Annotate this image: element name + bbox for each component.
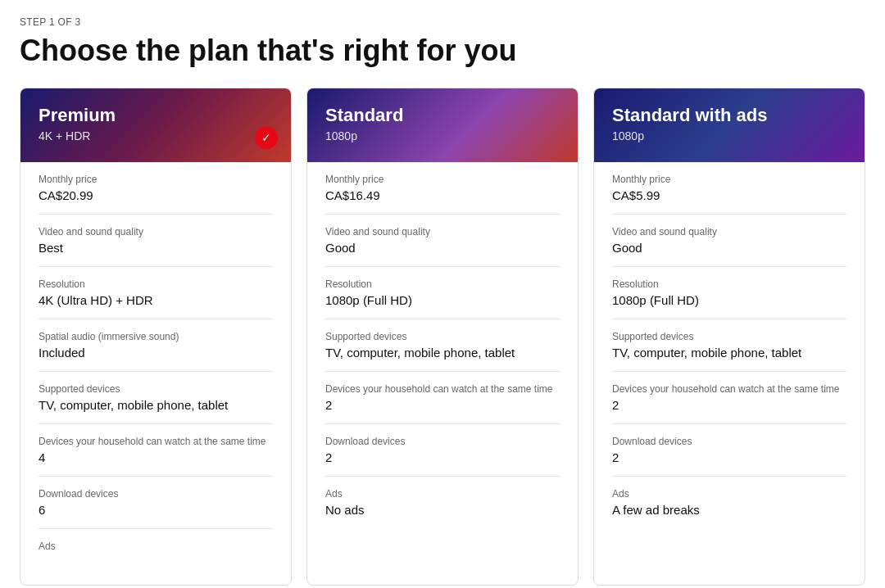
feature-value: 6 [39, 503, 273, 517]
feature-row: Download devices6 [39, 477, 273, 529]
page-title: Choose the plan that's right for you [20, 33, 865, 68]
feature-value: TV, computer, mobile phone, tablet [325, 346, 560, 360]
feature-value: CA$16.49 [325, 188, 560, 202]
feature-label: Video and sound quality [325, 226, 560, 237]
feature-row: Supported devicesTV, computer, mobile ph… [39, 372, 273, 424]
feature-row: Download devices2 [325, 424, 560, 477]
feature-label: Download devices [325, 436, 560, 447]
selected-check-icon: ✓ [255, 126, 278, 149]
feature-row: Monthly priceCA$20.99 [39, 162, 273, 215]
plan-name-premium: Premium [39, 105, 273, 126]
feature-label: Spatial audio (immersive sound) [39, 331, 273, 342]
plan-body-premium: Monthly priceCA$20.99Video and sound qua… [20, 162, 291, 585]
feature-label: Devices your household can watch at the … [612, 383, 846, 395]
feature-value: CA$20.99 [39, 188, 273, 202]
feature-value: 2 [612, 450, 846, 464]
feature-value: Good [325, 241, 560, 255]
feature-row: Monthly priceCA$16.49 [325, 162, 560, 215]
feature-row: Supported devicesTV, computer, mobile ph… [612, 319, 846, 372]
feature-row: Resolution4K (Ultra HD) + HDR [39, 267, 273, 319]
feature-label: Resolution [612, 278, 846, 290]
feature-label: Ads [612, 488, 846, 500]
feature-row: Video and sound qualityGood [325, 215, 560, 267]
feature-row: AdsNo ads [325, 477, 560, 528]
feature-label: Video and sound quality [39, 226, 273, 237]
feature-value: Good [612, 241, 846, 255]
feature-value: 2 [612, 398, 846, 412]
plan-card-standard-ads[interactable]: Standard with ads1080pMonthly priceCA$5.… [593, 88, 865, 586]
plan-card-standard[interactable]: Standard1080pMonthly priceCA$16.49Video … [306, 88, 579, 586]
plan-card-premium[interactable]: Premium4K + HDR✓Monthly priceCA$20.99Vid… [20, 88, 292, 586]
feature-value: 4 [39, 450, 273, 464]
feature-label: Devices your household can watch at the … [325, 383, 560, 395]
feature-value: Included [39, 346, 273, 360]
feature-label: Resolution [39, 278, 273, 290]
feature-row: AdsA few ad breaks [612, 477, 846, 528]
feature-label: Supported devices [39, 383, 273, 395]
feature-label: Video and sound quality [612, 226, 846, 237]
feature-row: Monthly priceCA$5.99 [612, 162, 846, 215]
plan-quality-premium: 4K + HDR [39, 129, 273, 142]
feature-label: Ads [325, 488, 560, 500]
plan-quality-standard-ads: 1080p [612, 129, 846, 142]
feature-label: Monthly price [325, 174, 560, 185]
feature-label: Download devices [612, 436, 846, 447]
feature-label: Monthly price [612, 174, 846, 185]
feature-row: Devices your household can watch at the … [612, 372, 846, 424]
feature-row: Resolution1080p (Full HD) [325, 267, 560, 319]
feature-label: Devices your household can watch at the … [39, 436, 273, 447]
feature-row: Spatial audio (immersive sound)Included [39, 319, 273, 372]
feature-label: Ads [39, 541, 273, 552]
feature-value: 2 [325, 450, 560, 464]
plan-name-standard-ads: Standard with ads [612, 105, 846, 126]
feature-row: Ads [39, 529, 273, 567]
feature-row: Supported devicesTV, computer, mobile ph… [325, 319, 560, 372]
plans-grid: Premium4K + HDR✓Monthly priceCA$20.99Vid… [20, 88, 865, 586]
feature-value: A few ad breaks [612, 503, 846, 517]
feature-value: TV, computer, mobile phone, tablet [612, 346, 846, 360]
plan-name-standard: Standard [325, 105, 560, 126]
plan-body-standard-ads: Monthly priceCA$5.99Video and sound qual… [594, 162, 865, 546]
plan-header-standard-ads: Standard with ads1080p [594, 88, 865, 162]
plan-header-standard: Standard1080p [307, 88, 578, 162]
feature-value: No ads [325, 503, 560, 517]
feature-value: CA$5.99 [612, 188, 846, 202]
feature-label: Download devices [39, 488, 273, 500]
feature-label: Resolution [325, 278, 560, 290]
feature-value: 1080p (Full HD) [325, 293, 560, 307]
plan-header-premium: Premium4K + HDR✓ [20, 88, 291, 162]
plan-body-standard: Monthly priceCA$16.49Video and sound qua… [307, 162, 578, 546]
feature-value: 2 [325, 398, 560, 412]
feature-value: 4K (Ultra HD) + HDR [39, 293, 273, 307]
feature-row: Devices your household can watch at the … [39, 424, 273, 477]
feature-row: Download devices2 [612, 424, 846, 477]
feature-row: Video and sound qualityGood [612, 215, 846, 267]
feature-row: Resolution1080p (Full HD) [612, 267, 846, 319]
feature-label: Supported devices [612, 331, 846, 342]
feature-value: 1080p (Full HD) [612, 293, 846, 307]
feature-value: Best [39, 241, 273, 255]
feature-value: TV, computer, mobile phone, tablet [39, 398, 273, 412]
feature-row: Video and sound qualityBest [39, 215, 273, 267]
plan-quality-standard: 1080p [325, 129, 560, 142]
feature-label: Supported devices [325, 331, 560, 342]
feature-row: Devices your household can watch at the … [325, 372, 560, 424]
feature-label: Monthly price [39, 174, 273, 185]
step-label: STEP 1 OF 3 [20, 16, 865, 28]
